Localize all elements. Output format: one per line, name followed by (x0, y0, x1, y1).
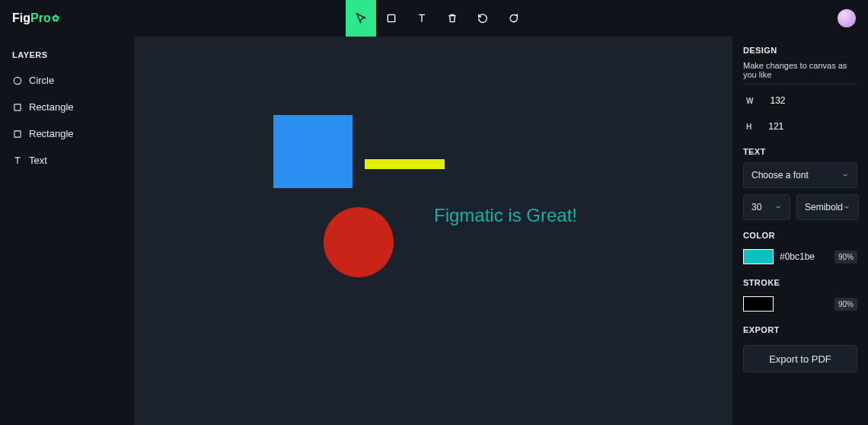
design-subtitle: Make changes to canvas as you like (743, 61, 857, 85)
stroke-opacity[interactable]: 90% (834, 298, 857, 311)
font-size-select[interactable]: 30 (743, 194, 790, 220)
layer-label: Text (29, 155, 47, 166)
width-value[interactable]: 132 (770, 95, 785, 106)
svg-rect-3 (14, 130, 21, 136)
comment-tool[interactable] (498, 0, 528, 37)
svg-rect-0 (388, 14, 394, 21)
svg-point-1 (14, 77, 21, 84)
color-row: #0bc1be 90% (743, 246, 857, 267)
rectangle-icon (12, 102, 23, 113)
layers-heading: LAYERS (0, 46, 134, 67)
layer-label: Rectangle (29, 101, 74, 113)
layer-item-rectangle[interactable]: Rectangle (0, 120, 134, 147)
layer-item-text[interactable]: Text (0, 147, 134, 174)
pointer-icon (355, 12, 367, 24)
width-label: W (746, 97, 753, 105)
design-panel: DESIGN Make changes to canvas as you lik… (732, 37, 868, 425)
export-heading: EXPORT (743, 325, 857, 334)
text-heading: TEXT (743, 147, 857, 156)
square-icon (385, 12, 397, 24)
layer-item-circle[interactable]: Circle (0, 67, 134, 94)
canvas-text[interactable]: Figmatic is Great! (434, 205, 577, 226)
height-value[interactable]: 121 (768, 121, 783, 132)
width-row: W 132 (743, 91, 857, 110)
logo-part2: Pro (30, 11, 51, 25)
color-hex[interactable]: #0bc1be (780, 251, 828, 262)
font-weight-select[interactable]: Semibold (796, 194, 859, 220)
delete-tool[interactable] (437, 0, 468, 37)
app-logo: FigPro✿ (0, 11, 59, 25)
export-pdf-button[interactable]: Export to PDF (743, 345, 857, 372)
comment-icon (507, 12, 519, 24)
font-select[interactable]: Choose a font (743, 162, 857, 188)
leaf-icon: ✿ (52, 13, 59, 24)
font-select-label: Choose a font (752, 170, 809, 181)
height-label: H (746, 123, 752, 131)
layers-panel: LAYERS Circle Rectangle Rectangle Text (0, 37, 134, 425)
stroke-row: 90% (743, 293, 857, 315)
layer-label: Rectangle (29, 128, 74, 139)
text-icon (12, 155, 23, 166)
svg-rect-2 (14, 104, 21, 110)
text-icon (416, 12, 428, 24)
color-opacity[interactable]: 90% (834, 251, 857, 264)
layer-label: Circle (29, 75, 54, 86)
color-swatch[interactable] (743, 249, 774, 264)
font-size-value: 30 (752, 202, 761, 212)
canvas-rectangle-yellow[interactable] (365, 159, 445, 169)
stroke-swatch[interactable] (743, 296, 774, 312)
reset-tool[interactable] (468, 0, 498, 37)
reset-icon (477, 12, 489, 24)
toolbar (346, 0, 528, 37)
trash-icon (446, 12, 458, 24)
chevron-down-icon (774, 203, 782, 211)
circle-icon (12, 75, 23, 86)
canvas-circle-red[interactable] (324, 207, 394, 277)
canvas-rectangle-blue[interactable] (273, 115, 353, 188)
layer-item-rectangle[interactable]: Rectangle (0, 94, 134, 120)
chevron-down-icon (843, 203, 850, 211)
export-button-label: Export to PDF (769, 353, 831, 365)
logo-part1: Fig (12, 11, 30, 25)
rectangle-icon (12, 129, 23, 139)
text-tool[interactable] (407, 0, 437, 37)
font-weight-value: Semibold (805, 202, 843, 212)
canvas[interactable]: Figmatic is Great! (134, 37, 732, 425)
height-row: H 121 (743, 117, 857, 136)
stroke-heading: STROKE (743, 278, 857, 287)
chevron-down-icon (841, 171, 849, 179)
pointer-tool[interactable] (346, 0, 376, 37)
avatar[interactable] (838, 9, 856, 27)
design-heading: DESIGN (743, 46, 857, 55)
color-heading: COLOR (743, 231, 857, 240)
rectangle-tool[interactable] (376, 0, 407, 37)
